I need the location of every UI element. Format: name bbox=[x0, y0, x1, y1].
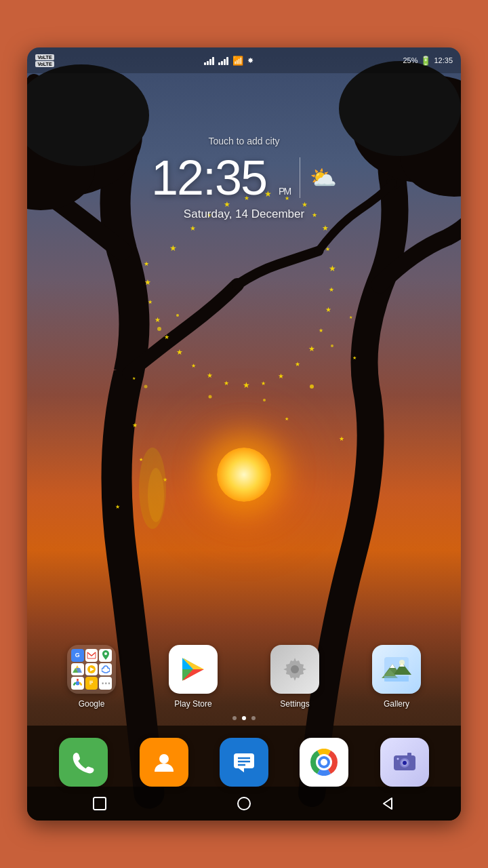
status-center: 📶 ✸ bbox=[204, 56, 253, 66]
signal-bar bbox=[221, 61, 223, 65]
volte1-badge: VoLTE bbox=[35, 54, 54, 60]
google-folder-label: Google bbox=[79, 699, 105, 709]
playstore-icon[interactable] bbox=[169, 645, 218, 694]
svg-rect-84 bbox=[384, 676, 409, 682]
more-icon: ⋯ bbox=[99, 677, 112, 690]
signal-bar bbox=[224, 59, 226, 65]
page-dots bbox=[27, 716, 461, 720]
svg-rect-60 bbox=[89, 681, 93, 682]
page-dot-3[interactable] bbox=[251, 716, 256, 720]
svg-point-54 bbox=[104, 652, 107, 655]
recent-apps-button[interactable] bbox=[86, 790, 113, 817]
gallery-label: Gallery bbox=[384, 699, 409, 709]
status-bar: VoLTE VoLTE 📶 ✸ 25% 🔋 12:35 bbox=[27, 47, 461, 73]
svg-point-76 bbox=[291, 665, 299, 673]
time-value: 12:35 bbox=[151, 151, 266, 205]
gallery-icon[interactable] bbox=[372, 645, 421, 694]
svg-rect-101 bbox=[94, 797, 106, 810]
svg-point-102 bbox=[238, 797, 250, 810]
signal-bar bbox=[209, 59, 211, 65]
wifi-icon: 📶 bbox=[232, 56, 243, 66]
weather-icon: ⛅ bbox=[310, 165, 337, 191]
signal-bars-2 bbox=[218, 56, 228, 65]
chrome-small-icon bbox=[71, 677, 84, 690]
keep-icon bbox=[85, 677, 98, 690]
play-icon bbox=[85, 663, 98, 676]
add-city-text[interactable]: Touch to add city bbox=[27, 136, 461, 146]
nav-bar bbox=[27, 787, 461, 821]
dock bbox=[27, 738, 461, 787]
time-display: 12:35 PM bbox=[151, 153, 290, 202]
phone-screen: ★ ★ ★ ★ ★ ★ ★ ★ ★ ★ ★ ★ ★ ★ ★ ★ ★ ★ ★ ★ bbox=[27, 47, 461, 821]
status-time: 12:35 bbox=[434, 56, 453, 64]
clock-divider bbox=[300, 157, 300, 198]
signal-bar bbox=[226, 57, 228, 65]
playstore-label: Play Store bbox=[174, 699, 211, 709]
page-dot-1[interactable] bbox=[232, 716, 237, 720]
svg-marker-103 bbox=[384, 798, 392, 809]
date-display: Saturday, 14 December bbox=[27, 208, 461, 221]
svg-point-98 bbox=[403, 761, 407, 765]
back-button[interactable] bbox=[375, 790, 402, 817]
apps-row: G bbox=[41, 645, 447, 709]
app-item-google[interactable]: G bbox=[67, 645, 116, 709]
app-item-settings[interactable]: Settings bbox=[270, 645, 319, 709]
svg-marker-90 bbox=[239, 768, 244, 772]
google-g-icon: G bbox=[71, 649, 84, 662]
settings-label: Settings bbox=[280, 699, 309, 709]
signal-bars-1 bbox=[204, 56, 214, 65]
clock-row: 12:35 PM ⛅ bbox=[27, 153, 461, 202]
status-left: VoLTE VoLTE bbox=[35, 54, 54, 67]
signal-bar bbox=[204, 62, 206, 65]
status-right: 25% 🔋 12:35 bbox=[403, 56, 453, 66]
svg-point-85 bbox=[159, 754, 169, 764]
dock-phone[interactable] bbox=[59, 738, 108, 787]
signal-bar bbox=[207, 61, 209, 65]
volte2-badge: VoLTE bbox=[35, 61, 54, 67]
svg-point-94 bbox=[321, 759, 327, 766]
page-dot-2[interactable] bbox=[242, 716, 246, 720]
maps-icon bbox=[99, 649, 112, 662]
battery-icon: 🔋 bbox=[420, 56, 431, 66]
bluetooth-icon: ✸ bbox=[247, 56, 253, 65]
signal-bar bbox=[212, 57, 214, 65]
svg-rect-99 bbox=[407, 753, 411, 756]
dock-chrome[interactable] bbox=[300, 738, 348, 787]
drive-icon bbox=[71, 663, 84, 676]
dock-camera[interactable] bbox=[380, 738, 429, 787]
google-folder-icon[interactable]: G bbox=[67, 645, 116, 694]
dock-contacts[interactable] bbox=[140, 738, 188, 787]
app-item-gallery[interactable]: Gallery bbox=[372, 645, 421, 709]
svg-point-100 bbox=[396, 758, 399, 760]
svg-rect-62 bbox=[89, 684, 92, 684]
clock-widget: Touch to add city 12:35 PM ⛅ Saturday, 1… bbox=[27, 136, 461, 221]
svg-point-83 bbox=[399, 660, 405, 665]
home-button[interactable] bbox=[230, 790, 258, 817]
gmail-icon bbox=[85, 649, 98, 662]
photos-icon bbox=[99, 663, 112, 676]
app-item-playstore[interactable]: Play Store bbox=[169, 645, 218, 709]
weather-widget[interactable]: ⛅ bbox=[310, 165, 337, 191]
svg-rect-61 bbox=[89, 682, 93, 683]
settings-icon[interactable] bbox=[270, 645, 319, 694]
signal-bar bbox=[218, 62, 220, 65]
dock-messages[interactable] bbox=[220, 738, 268, 787]
battery-percent: 25% bbox=[403, 56, 418, 64]
svg-point-58 bbox=[75, 682, 79, 686]
app-grid: G bbox=[27, 645, 461, 709]
time-ampm: PM bbox=[279, 186, 290, 197]
